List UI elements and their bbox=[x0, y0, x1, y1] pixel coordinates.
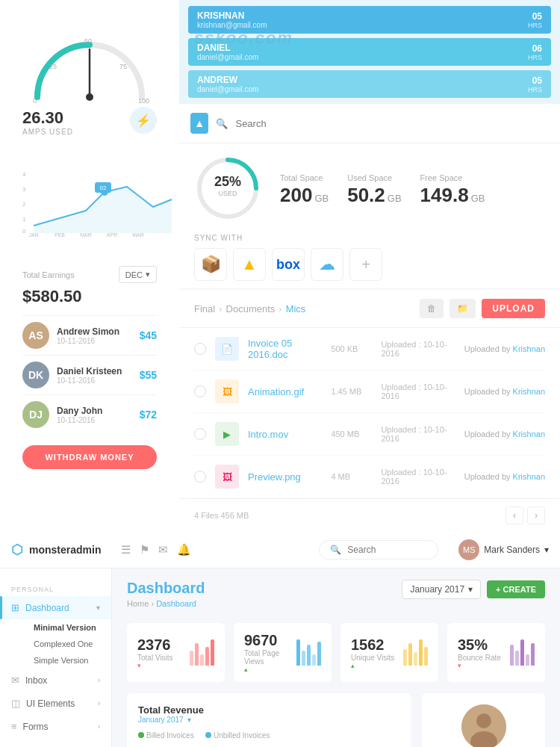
sidebar-item-label: UI Elements bbox=[26, 698, 75, 709]
search-input[interactable] bbox=[235, 118, 549, 129]
sidebar-item-dashboard[interactable]: ⊞ Dashboard ▾ bbox=[0, 596, 111, 619]
sidebar-item-label: Inbox bbox=[25, 675, 47, 686]
sidebar-submenu: Minimal Version Complexed One Simple Ver… bbox=[0, 619, 111, 669]
stat-label: Total Visits bbox=[137, 654, 173, 662]
earnings-title: Total Earnings bbox=[22, 270, 75, 279]
chevron-down-icon: ▾ bbox=[468, 584, 473, 595]
trend-icon: ▾ bbox=[458, 662, 501, 669]
mail-icon[interactable]: ✉ bbox=[158, 543, 168, 557]
upload-button[interactable]: UPLOAD bbox=[482, 299, 545, 318]
svg-text:02: 02 bbox=[100, 185, 107, 191]
gauge-label: AMPS USED bbox=[22, 128, 73, 136]
user-card-email: daniel@gmail.com bbox=[197, 53, 258, 61]
file-size: 1.45 MB bbox=[331, 387, 372, 396]
user-card: ANDREW daniel@gmail.com 05 HRS bbox=[188, 70, 551, 98]
sidebar-item-label: Forms bbox=[23, 722, 49, 732]
person-amount: $55 bbox=[140, 369, 157, 381]
file-uploaded: Uploaded : 10-10-2016 bbox=[381, 340, 455, 358]
sidebar-sub-complexed[interactable]: Complexed One bbox=[22, 636, 111, 652]
search-icon: 🔍 bbox=[330, 545, 341, 555]
person-row: AS Andrew Simon 10-11-2016 $45 bbox=[22, 315, 157, 355]
trend-icon: ▾ bbox=[137, 662, 173, 669]
bell-icon[interactable]: 🔔 bbox=[177, 543, 191, 557]
svg-text:FEB: FEB bbox=[55, 232, 65, 237]
header-search-input[interactable] bbox=[347, 545, 427, 555]
header-icons: ☰ ⚑ ✉ 🔔 bbox=[121, 543, 191, 557]
menu-icon[interactable]: ☰ bbox=[121, 543, 131, 557]
file-uploader: Uploaded by Krishnan bbox=[464, 387, 545, 396]
user-card-hrs-label: HRS bbox=[528, 22, 542, 29]
cloud-sync-icon[interactable]: ☁ bbox=[311, 248, 343, 281]
logo-icon: ⬡ bbox=[11, 542, 23, 558]
person-amount: $72 bbox=[140, 409, 157, 421]
user-cards: KRISHNAN krishnan@gmail.com 05 HRS DANIE… bbox=[179, 0, 560, 104]
stats-row: 2376 Total Visits ▾ 9670 bbox=[127, 623, 545, 682]
storage-section: ▲ 🔍 25% USED bbox=[179, 104, 560, 288]
file-checkbox[interactable] bbox=[194, 343, 206, 355]
sidebar-item-ui-elements[interactable]: ◫ UI Elements › bbox=[0, 692, 111, 715]
main-layout: PERSONAL ⊞ Dashboard ▾ Minimal Version C… bbox=[0, 568, 560, 747]
stat-num: 1562 bbox=[351, 636, 394, 654]
file-checkbox[interactable] bbox=[194, 428, 206, 440]
file-uploader: Uploaded by Krishnan bbox=[464, 344, 545, 353]
chevron-down-icon: ▾ bbox=[146, 270, 150, 279]
person-date: 10-11-2016 bbox=[57, 376, 122, 385]
user-card-name: KRISHNAN bbox=[197, 10, 267, 21]
sidebar-sub-simple[interactable]: Simple Version bbox=[22, 652, 111, 669]
file-row: 📄 Invoice 05 2016.doc 500 KB Uploaded : … bbox=[194, 328, 545, 371]
free-space-stat: Free Space 149.8 GB bbox=[420, 173, 485, 207]
user-card-email: daniel@gmail.com bbox=[197, 85, 258, 93]
revenue-subtitle: January 2017 ▾ bbox=[138, 716, 399, 724]
gauge-50: 50 bbox=[84, 37, 92, 45]
file-name: Preview.png bbox=[248, 471, 322, 483]
month-selector[interactable]: DEC ▾ bbox=[119, 266, 157, 283]
admin-header: ⬡ monsteradmin ☰ ⚑ ✉ 🔔 🔍 MS Mark Sanders… bbox=[0, 532, 560, 568]
next-page-button[interactable]: › bbox=[527, 506, 545, 524]
sidebar-item-inbox[interactable]: ✉ Inbox › bbox=[0, 669, 111, 692]
person-date: 10-11-2016 bbox=[57, 416, 102, 424]
stat-label: Unique Visits bbox=[351, 654, 394, 662]
dropbox-sync-icon[interactable]: 📦 bbox=[194, 248, 227, 281]
dashboard-icon: ⊞ bbox=[11, 602, 19, 613]
file-name: Intro.mov bbox=[248, 429, 322, 440]
revenue-legend: Billed Invoices Unbilled Invoices bbox=[138, 731, 399, 740]
flag-icon[interactable]: ⚑ bbox=[140, 543, 149, 557]
prev-page-button[interactable]: ‹ bbox=[505, 506, 523, 524]
user-card-hrs: 05 bbox=[528, 11, 542, 22]
chevron-icon: ▾ bbox=[96, 604, 100, 612]
file-name: Animation.gif bbox=[248, 386, 322, 397]
file-uploaded: Uploaded : 10-10-2016 bbox=[381, 425, 455, 443]
create-button[interactable]: + CREATE bbox=[487, 580, 545, 598]
gauge-widget: 0 25 50 75 100 26.30 AMPS USED ⚡ bbox=[11, 11, 168, 147]
person-row: DK Daniel Kristeen 10-11-2016 $55 bbox=[22, 355, 157, 394]
gauge-75: 75 bbox=[119, 63, 127, 70]
gauge-value: 26.30 bbox=[22, 108, 73, 128]
mini-bar-chart bbox=[296, 639, 321, 666]
file-type-icon: 🖼 bbox=[215, 465, 239, 489]
trend-icon: ▴ bbox=[244, 666, 296, 673]
file-checkbox[interactable] bbox=[194, 471, 206, 483]
date-selector[interactable]: January 2017 ▾ bbox=[402, 580, 481, 599]
withdraw-button[interactable]: WITHDRAW MONEY bbox=[22, 445, 157, 469]
box-sync-icon[interactable]: box bbox=[272, 248, 305, 281]
sidebar-sub-minimal[interactable]: Minimal Version bbox=[22, 619, 111, 636]
gdrive-sync-icon[interactable]: ▲ bbox=[233, 248, 266, 281]
sync-section: SYNC WITH 📦 ▲ box ☁ + bbox=[194, 234, 545, 281]
sidebar-item-forms[interactable]: ≡ Forms › bbox=[0, 715, 111, 738]
free-space-value: 149.8 bbox=[420, 184, 469, 207]
new-folder-button[interactable]: 📁 bbox=[449, 299, 476, 318]
total-space-stat: Total Space 200 GB bbox=[280, 173, 329, 207]
bottom-section: ⬡ monsteradmin ☰ ⚑ ✉ 🔔 🔍 MS Mark Sanders… bbox=[0, 532, 560, 747]
file-uploader: Uploaded by Krishnan bbox=[464, 430, 545, 438]
file-checkbox[interactable] bbox=[194, 385, 206, 397]
forms-icon: ≡ bbox=[11, 721, 17, 732]
app-logo: ▲ bbox=[190, 113, 208, 134]
avatar: DK bbox=[22, 362, 49, 388]
add-sync-icon[interactable]: + bbox=[349, 248, 382, 281]
stat-card-pageviews: 9670 Total Page Views ▴ bbox=[234, 623, 332, 682]
stat-label: Bounce Rate bbox=[458, 654, 501, 662]
stat-card-visits: 2376 Total Visits ▾ bbox=[127, 623, 225, 682]
file-row: ▶ Intro.mov 450 MB Uploaded : 10-10-2016… bbox=[194, 413, 545, 456]
delete-button[interactable]: 🗑 bbox=[420, 299, 444, 318]
person-amount: $45 bbox=[140, 329, 157, 341]
